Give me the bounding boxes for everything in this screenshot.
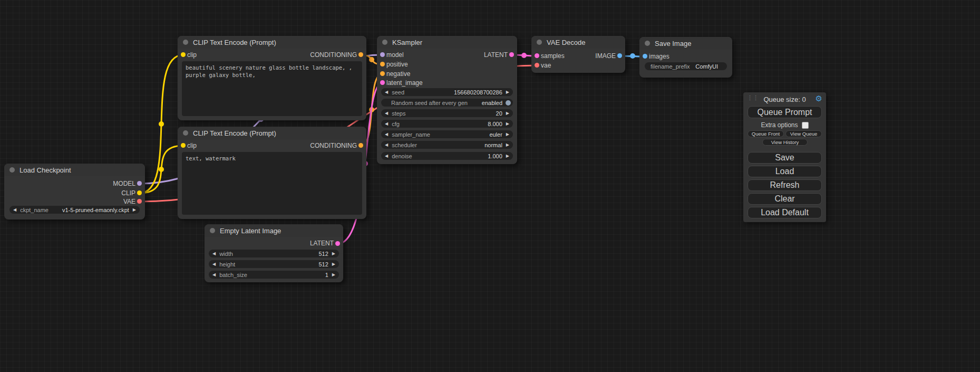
increment-arrow-icon[interactable]: ▶ <box>332 250 335 257</box>
node-title: Empty Latent Image <box>220 227 281 235</box>
node-save-image[interactable]: Save Image images filename_prefix ComfyU… <box>639 37 732 78</box>
increment-arrow-icon[interactable]: ▶ <box>506 141 509 149</box>
wire-latent-out-midpoint <box>521 53 527 58</box>
latent-image-input-port[interactable] <box>380 80 385 85</box>
node-title-bar[interactable]: Load Checkpoint <box>4 164 145 176</box>
node-collapse-dot[interactable] <box>537 40 542 45</box>
seed-widget[interactable]: ◀ seed 156680208700286 ▶ <box>381 88 513 96</box>
prompt-textarea[interactable]: text, watermark <box>182 152 362 215</box>
node-title-bar[interactable]: CLIP Text Encode (Prompt) <box>178 36 366 49</box>
decrement-arrow-icon[interactable]: ◀ <box>385 141 388 149</box>
decrement-arrow-icon[interactable]: ◀ <box>385 120 388 128</box>
node-title-bar[interactable]: VAE Decode <box>531 36 625 49</box>
increment-arrow-icon[interactable]: ▶ <box>506 152 509 160</box>
increment-arrow-icon[interactable]: ▶ <box>506 130 509 138</box>
extra-options-checkbox[interactable] <box>802 122 809 129</box>
node-title-bar[interactable]: KSampler <box>377 36 517 49</box>
queue-size-label: Queue size: 0 <box>743 96 826 103</box>
vae-input-port[interactable] <box>535 63 539 68</box>
increment-arrow-icon[interactable]: ▶ <box>506 88 509 96</box>
node-empty-latent-image[interactable]: Empty Latent Image LATENT ◀ width 512 ▶ … <box>205 224 343 282</box>
node-clip-text-encode-negative[interactable]: CLIP Text Encode (Prompt) clip CONDITION… <box>178 127 366 219</box>
clip-input-port[interactable] <box>181 52 186 57</box>
node-title: CLIP Text Encode (Prompt) <box>193 129 276 137</box>
comfy-menu-panel[interactable]: ⋮⋮ Queue size: 0 ⚙ Queue Prompt Extra op… <box>743 92 826 222</box>
load-button[interactable]: Load <box>748 166 822 177</box>
decrement-arrow-icon[interactable]: ◀ <box>13 206 16 214</box>
extra-options-label: Extra options <box>761 121 798 129</box>
negative-input-port[interactable] <box>380 71 385 76</box>
denoise-widget[interactable]: ◀ denoise 1.000 ▶ <box>381 152 513 160</box>
positive-input-port[interactable] <box>380 62 385 66</box>
conditioning-output-port[interactable] <box>358 143 363 148</box>
latent-output-port[interactable] <box>335 241 340 246</box>
steps-widget[interactable]: ◀ steps 20 ▶ <box>381 109 513 117</box>
samples-input-label: samples <box>541 52 565 60</box>
decrement-arrow-icon[interactable]: ◀ <box>212 271 216 279</box>
image-output-port[interactable] <box>617 53 622 58</box>
decrement-arrow-icon[interactable]: ◀ <box>385 130 388 138</box>
view-history-button[interactable]: View History <box>762 139 808 146</box>
widget-label: scheduler <box>392 142 417 148</box>
model-input-label: model <box>386 51 404 59</box>
queue-front-button[interactable]: Queue Front <box>748 130 784 137</box>
settings-gear-icon[interactable]: ⚙ <box>816 94 822 103</box>
conditioning-output-port[interactable] <box>358 52 363 57</box>
node-graph-canvas[interactable]: Load Checkpoint MODEL CLIP VAE ◀ ckpt_na… <box>0 0 980 372</box>
node-vae-decode[interactable]: VAE Decode samples vae IMAGE <box>531 36 625 73</box>
width-widget[interactable]: ◀ width 512 ▶ <box>209 250 339 257</box>
random-seed-widget[interactable]: Random seed after every gen enabled <box>381 99 513 107</box>
model-output-port[interactable] <box>137 181 142 186</box>
wire-cond-pos-midpoint <box>369 57 374 62</box>
increment-arrow-icon[interactable]: ▶ <box>133 206 136 214</box>
decrement-arrow-icon[interactable]: ◀ <box>385 152 388 160</box>
scheduler-widget[interactable]: ◀ scheduler normal ▶ <box>381 141 513 149</box>
batch-size-widget[interactable]: ◀ batch_size 1 ▶ <box>209 271 339 279</box>
model-input-port[interactable] <box>380 52 385 57</box>
save-button[interactable]: Save <box>748 152 822 164</box>
view-queue-button[interactable]: View Queue <box>785 130 822 137</box>
decrement-arrow-icon[interactable]: ◀ <box>385 109 388 117</box>
decrement-arrow-icon[interactable]: ◀ <box>212 250 216 257</box>
queue-prompt-button[interactable]: Queue Prompt <box>748 106 822 118</box>
decrement-arrow-icon[interactable]: ◀ <box>385 88 388 96</box>
wire-image-midpoint <box>630 53 635 59</box>
node-title-bar[interactable]: Save Image <box>639 37 732 50</box>
refresh-button[interactable]: Refresh <box>748 179 822 191</box>
widget-label: seed <box>392 89 404 96</box>
increment-arrow-icon[interactable]: ▶ <box>332 260 335 268</box>
load-default-button[interactable]: Load Default <box>748 207 822 218</box>
widget-value: normal <box>484 142 502 148</box>
widget-value: euler <box>489 131 502 138</box>
node-load-checkpoint[interactable]: Load Checkpoint MODEL CLIP VAE ◀ ckpt_na… <box>4 164 145 220</box>
increment-arrow-icon[interactable]: ▶ <box>506 109 509 117</box>
node-title-bar[interactable]: Empty Latent Image <box>205 224 343 237</box>
increment-arrow-icon[interactable]: ▶ <box>506 120 509 128</box>
decrement-arrow-icon[interactable]: ◀ <box>212 260 216 268</box>
prompt-textarea[interactable]: beautiful scenery nature glass bottle la… <box>182 61 362 116</box>
clip-output-port[interactable] <box>137 190 142 195</box>
node-collapse-dot[interactable] <box>9 167 15 173</box>
vae-output-label: VAE <box>123 198 135 205</box>
filename-prefix-widget[interactable]: filename_prefix ComfyUI <box>645 62 727 70</box>
node-ksampler[interactable]: KSampler model positive negative latent_… <box>377 36 517 164</box>
node-collapse-dot[interactable] <box>382 40 387 45</box>
vae-output-port[interactable] <box>137 199 142 204</box>
node-collapse-dot[interactable] <box>183 130 188 136</box>
samples-input-port[interactable] <box>535 53 539 58</box>
cfg-widget[interactable]: ◀ cfg 8.000 ▶ <box>381 120 513 128</box>
height-widget[interactable]: ◀ height 512 ▶ <box>209 260 339 268</box>
node-clip-text-encode-positive[interactable]: CLIP Text Encode (Prompt) clip CONDITION… <box>178 36 366 120</box>
ckpt-name-widget[interactable]: ◀ ckpt_name v1-5-pruned-emaonly.ckpt ▶ <box>9 206 140 214</box>
node-collapse-dot[interactable] <box>210 228 215 233</box>
images-input-port[interactable] <box>643 54 647 59</box>
node-collapse-dot[interactable] <box>183 40 188 45</box>
sampler-name-widget[interactable]: ◀ sampler_name euler ▶ <box>381 130 513 138</box>
node-collapse-dot[interactable] <box>645 41 650 46</box>
clear-button[interactable]: Clear <box>748 193 822 205</box>
clip-input-port[interactable] <box>181 143 186 148</box>
increment-arrow-icon[interactable]: ▶ <box>332 271 335 279</box>
random-seed-toggle-knob[interactable] <box>506 100 511 106</box>
node-title-bar[interactable]: CLIP Text Encode (Prompt) <box>178 127 366 139</box>
latent-output-port[interactable] <box>509 52 514 57</box>
